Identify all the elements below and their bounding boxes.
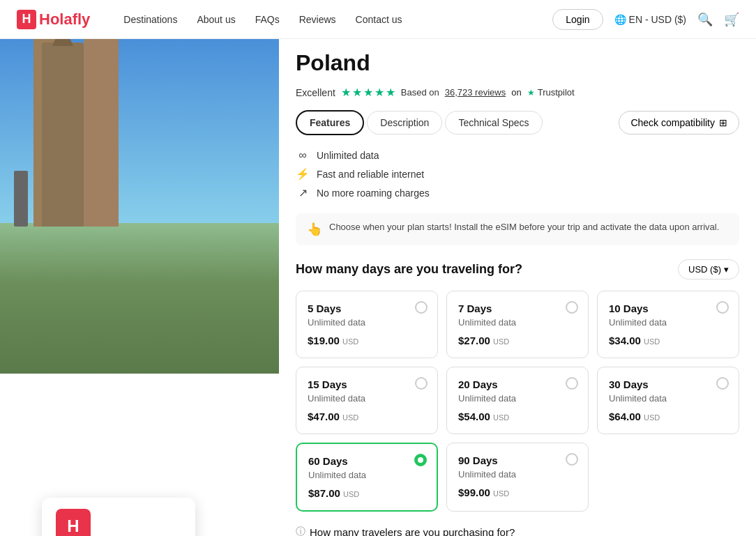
currency-label: USD ($) [688, 264, 721, 275]
nav-faqs[interactable]: FAQs [255, 14, 280, 25]
currency-selector[interactable]: USD ($) ▾ [678, 259, 739, 280]
plan-7days-name: 7 Days [458, 303, 577, 314]
rating-label: Excellent [296, 87, 335, 98]
plan-30days-data: Unlimited data [609, 393, 727, 404]
star-4: ★ [375, 86, 384, 99]
plan-60days-radio [414, 454, 427, 466]
plan-7days[interactable]: 7 Days Unlimited data $27.00 USD [446, 291, 589, 358]
logo-text: Holafly [39, 10, 90, 29]
plan-30days-price: $64.00 USD [609, 411, 727, 422]
plan-7days-data: Unlimited data [458, 317, 577, 328]
plan-60days[interactable]: 60 Days Unlimited data $87.00 USD [296, 443, 438, 512]
cart-icon[interactable]: 🛒 [724, 12, 739, 27]
check-compat-icon: ⊞ [719, 117, 727, 128]
nav-links: Destinations About us FAQs Reviews Conta… [123, 14, 402, 25]
reviews-link[interactable]: 36,723 reviews [445, 87, 506, 98]
product-tabs: Features Description Technical Specs Che… [296, 110, 739, 135]
plans-grid: 5 Days Unlimited data $19.00 USD 7 Days … [296, 291, 739, 512]
days-section-header: How many days are you traveling for? USD… [296, 259, 739, 280]
plan-10days[interactable]: 10 Days Unlimited data $34.00 USD [597, 291, 739, 358]
star-1: ★ [341, 86, 351, 99]
nav-about-us[interactable]: About us [197, 14, 235, 25]
tab-features[interactable]: Features [296, 110, 364, 135]
fast-icon: ⚡ [296, 167, 310, 181]
plan-90days-radio [566, 453, 578, 466]
plan-15days-data: Unlimited data [308, 393, 426, 404]
feature-unlimited: ∞ Unlimited data [296, 146, 739, 164]
feature-fast: ⚡ Fast and reliable internet [296, 164, 739, 183]
ground-bg [0, 223, 279, 374]
on-text: on [511, 87, 521, 98]
plan-90days-data: Unlimited data [458, 469, 577, 480]
nav-right: Login 🌐 EN - USD ($) 🔍 🛒 [552, 9, 739, 30]
plan-10days-name: 10 Days [609, 303, 727, 314]
star-2: ★ [352, 86, 362, 99]
plan-20days[interactable]: 20 Days Unlimited data $54.00 USD [446, 367, 589, 434]
plan-60days-price: $87.00 USD [308, 487, 425, 499]
feature-no-roaming-text: No more roaming charges [317, 187, 430, 199]
login-button[interactable]: Login [552, 9, 603, 30]
nav-reviews[interactable]: Reviews [299, 14, 336, 25]
plan-10days-price: $34.00 USD [609, 335, 727, 346]
feature-no-roaming: ↗ No more roaming charges [296, 183, 739, 202]
plan-30days-name: 30 Days [609, 378, 727, 390]
travelers-section: ⓘ How many travelers are you purchasing … [296, 526, 739, 536]
page-container: H Scan the QR code and connect instantly [0, 39, 756, 536]
navigation: H Holafly Destinations About us FAQs Rev… [0, 0, 756, 39]
globe-icon: 🌐 [614, 14, 626, 25]
tower-right [84, 39, 119, 227]
logo-icon: H [17, 10, 36, 29]
search-icon[interactable]: 🔍 [697, 12, 713, 27]
tab-technical-specs[interactable]: Technical Specs [445, 111, 542, 135]
plan-5days-data: Unlimited data [308, 317, 426, 328]
nav-contact-us[interactable]: Contact us [356, 14, 402, 25]
plan-90days[interactable]: 90 Days Unlimited data $99.00 USD [446, 443, 589, 512]
price-value: $87.00 [660, 39, 720, 41]
plan-5days-name: 5 Days [308, 303, 426, 314]
product-price: $87.00 usd [660, 39, 739, 42]
tab-description[interactable]: Description [367, 111, 442, 135]
chevron-down-icon: ▾ [724, 264, 729, 275]
nav-destinations[interactable]: Destinations [123, 14, 177, 25]
reviews-text: Based on [401, 87, 439, 98]
plan-60days-data: Unlimited data [308, 470, 425, 480]
product-title: Poland [296, 50, 370, 76]
plan-5days-radio [415, 301, 428, 314]
plan-20days-data: Unlimited data [458, 393, 577, 404]
days-title: How many days are you traveling for? [296, 262, 522, 277]
hand-icon: 👆 [307, 222, 322, 237]
travelers-label: ⓘ How many travelers are you purchasing … [296, 526, 739, 536]
plan-5days[interactable]: 5 Days Unlimited data $19.00 USD [296, 291, 438, 358]
plan-7days-price: $27.00 USD [458, 335, 577, 346]
check-compat-label: Check compatibility [630, 117, 715, 128]
plan-20days-price: $54.00 USD [458, 411, 577, 422]
trustpilot-badge: ★ Trustpilot [527, 87, 575, 98]
rating-row: Excellent ★ ★ ★ ★ ★ Based on 36,723 revi… [296, 86, 739, 99]
features-list: ∞ Unlimited data ⚡ Fast and reliable int… [296, 146, 739, 202]
feature-fast-text: Fast and reliable internet [317, 169, 424, 180]
plan-20days-name: 20 Days [458, 378, 577, 390]
star-rating: ★ ★ ★ ★ ★ [341, 86, 395, 99]
building [42, 43, 84, 227]
star-3: ★ [363, 86, 373, 99]
plan-10days-data: Unlimited data [609, 317, 727, 328]
plan-90days-name: 90 Days [458, 454, 577, 466]
plan-30days-radio [716, 377, 729, 390]
tp-star-icon: ★ [527, 88, 535, 98]
unlimited-icon: ∞ [296, 149, 310, 162]
plan-7days-radio [566, 301, 578, 314]
plan-30days[interactable]: 30 Days Unlimited data $64.00 USD [597, 367, 739, 434]
no-roaming-icon: ↗ [296, 186, 310, 199]
check-compatibility-button[interactable]: Check compatibility ⊞ [619, 111, 739, 135]
star-5: ★ [386, 86, 395, 99]
install-note: 👆 Choose when your plan starts! Install … [296, 213, 739, 245]
plan-15days[interactable]: 15 Days Unlimited data $47.00 USD [296, 367, 438, 434]
plan-60days-name: 60 Days [308, 455, 425, 467]
product-detail-panel: Poland $87.00 usd Excellent ★ ★ ★ ★ ★ Ba… [279, 39, 756, 536]
language-selector[interactable]: 🌐 EN - USD ($) [614, 14, 686, 25]
statue [14, 171, 28, 227]
plan-20days-radio [566, 377, 578, 390]
plan-15days-radio [415, 377, 428, 390]
logo[interactable]: H Holafly [17, 10, 90, 29]
product-image [0, 39, 279, 374]
